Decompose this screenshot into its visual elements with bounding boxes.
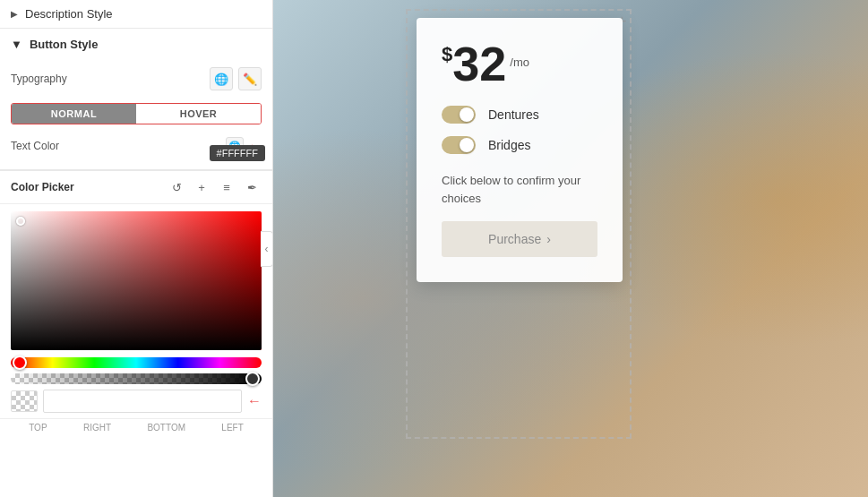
label-right: RIGHT	[83, 423, 111, 433]
hue-thumb	[13, 356, 27, 370]
gradient-cursor	[16, 217, 25, 226]
toggle-dentures-label: Dentures	[488, 107, 539, 122]
typography-icons: 🌐 ✏️	[210, 67, 262, 90]
color-picker-actions: ↺ + ≡ ✒	[167, 177, 262, 197]
panel-collapse-handle[interactable]	[261, 231, 273, 267]
pricing-card: $ 32 /mo Dentures Bridges Click below to…	[417, 18, 623, 282]
right-panel: + $ 32 /mo Dentures Bridges Click below …	[273, 0, 868, 497]
price-row: $ 32 /mo	[442, 39, 597, 88]
label-bottom: BOTTOM	[147, 423, 185, 433]
list-icon[interactable]: ≡	[217, 177, 236, 197]
gradient-bg	[11, 211, 262, 350]
currency-symbol: $	[442, 43, 452, 66]
color-picker-panel: Color Picker ↺ + ≡ ✒	[0, 170, 272, 436]
button-style-arrow: ▼	[11, 38, 22, 51]
toggle-bridges[interactable]	[442, 136, 476, 154]
toggle-item-dentures: Dentures	[442, 106, 597, 124]
hex-input-row: ←	[11, 390, 262, 413]
description-style-section[interactable]: ▶ Description Style	[0, 0, 272, 29]
gradient-canvas[interactable]	[11, 211, 262, 350]
left-panel: ▶ Description Style ▼ Button Style Typog…	[0, 0, 273, 497]
color-preview-box	[11, 390, 38, 412]
purchase-button-label: Purchase	[488, 232, 541, 246]
color-picker-header: Color Picker ↺ + ≡ ✒	[0, 171, 272, 204]
purchase-button[interactable]: Purchase ›	[442, 221, 597, 257]
button-style-section: ▼ Button Style Typography 🌐 ✏️ NORMAL HO…	[0, 29, 272, 170]
edit-icon[interactable]: ✏️	[238, 67, 262, 90]
add-icon[interactable]: +	[192, 177, 211, 197]
label-top: TOP	[29, 423, 47, 433]
text-color-label: Text Color	[11, 140, 59, 152]
toggle-bridges-label: Bridges	[488, 138, 530, 152]
typography-row: Typography 🌐 ✏️	[11, 62, 262, 96]
panel-bottom-labels: TOP RIGHT BOTTOM LEFT	[0, 418, 272, 436]
gradient-dark-overlay	[11, 211, 262, 350]
button-style-label: Button Style	[30, 38, 99, 51]
normal-tab[interactable]: NORMAL	[12, 104, 136, 124]
description-style-label: Description Style	[25, 7, 113, 21]
hue-slider-container	[11, 357, 262, 368]
hex-input[interactable]	[43, 390, 242, 413]
toggle-dentures[interactable]	[442, 106, 476, 124]
label-left: LEFT	[221, 423, 243, 433]
hex-arrow-icon[interactable]: ←	[247, 393, 262, 409]
description-style-arrow: ▶	[11, 9, 18, 19]
hover-tab[interactable]: HOVER	[136, 104, 261, 124]
alpha-slider[interactable]	[11, 373, 262, 384]
tab-row: NORMAL HOVER	[11, 103, 262, 124]
color-picker-title: Color Picker	[11, 181, 74, 193]
price-amount: 32	[452, 39, 506, 88]
alpha-thumb	[245, 372, 260, 386]
reset-icon[interactable]: ↺	[167, 177, 186, 197]
color-value-tooltip: #FFFFFF	[210, 145, 265, 161]
alpha-slider-container	[11, 373, 262, 384]
toggle-item-bridges: Bridges	[442, 136, 597, 154]
price-period: /mo	[510, 56, 529, 69]
hue-slider[interactable]	[11, 357, 262, 368]
button-style-header[interactable]: ▼ Button Style	[11, 38, 262, 51]
typography-label: Typography	[11, 73, 67, 85]
eyedropper-icon[interactable]: ✒	[242, 177, 262, 197]
purchase-button-arrow: ›	[546, 232, 551, 246]
confirm-text: Click below to confirm your choices	[442, 172, 597, 207]
toggle-list: Dentures Bridges	[442, 106, 597, 154]
globe-icon[interactable]: 🌐	[210, 67, 233, 90]
